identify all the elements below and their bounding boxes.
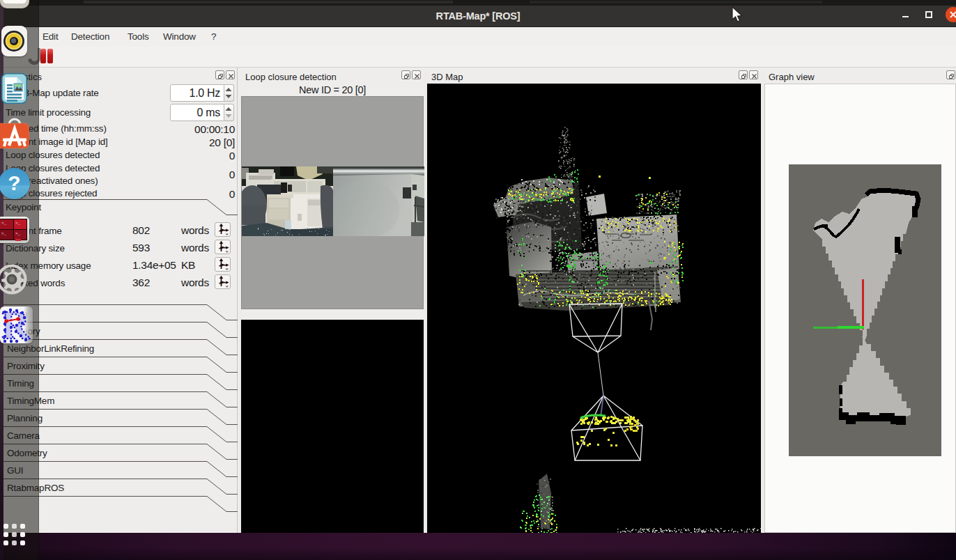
svg-text:>_: >_ (1, 221, 7, 226)
svg-text:>_: >_ (15, 231, 21, 236)
svg-text:>_: >_ (15, 221, 21, 226)
svg-text:>_: >_ (1, 231, 7, 236)
